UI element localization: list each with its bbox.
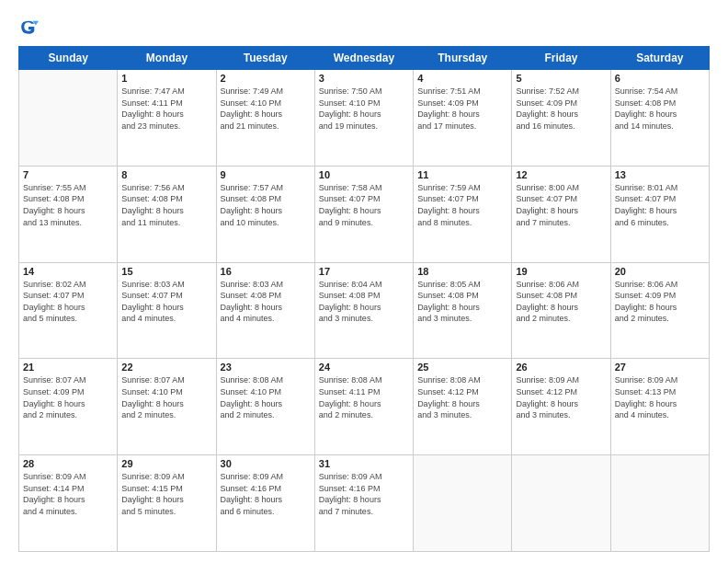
calendar-cell: 1Sunrise: 7:47 AM Sunset: 4:11 PM Daylig… bbox=[118, 70, 216, 167]
calendar-header-sunday: Sunday bbox=[19, 47, 118, 70]
day-number: 14 bbox=[23, 266, 113, 277]
page: SundayMondayTuesdayWednesdayThursdayFrid… bbox=[0, 0, 728, 563]
day-info: Sunrise: 8:07 AM Sunset: 4:09 PM Dayligh… bbox=[23, 374, 113, 420]
calendar-header-friday: Friday bbox=[512, 47, 610, 70]
day-number: 31 bbox=[319, 458, 409, 469]
day-info: Sunrise: 8:08 AM Sunset: 4:11 PM Dayligh… bbox=[319, 374, 409, 420]
day-info: Sunrise: 8:02 AM Sunset: 4:07 PM Dayligh… bbox=[23, 279, 113, 325]
day-info: Sunrise: 7:51 AM Sunset: 4:09 PM Dayligh… bbox=[417, 86, 507, 132]
calendar-cell: 15Sunrise: 8:03 AM Sunset: 4:07 PM Dayli… bbox=[118, 262, 216, 359]
calendar-cell: 10Sunrise: 7:58 AM Sunset: 4:07 PM Dayli… bbox=[314, 166, 413, 262]
calendar-cell: 2Sunrise: 7:49 AM Sunset: 4:10 PM Daylig… bbox=[216, 70, 314, 167]
calendar-cell: 14Sunrise: 8:02 AM Sunset: 4:07 PM Dayli… bbox=[19, 262, 118, 359]
calendar-cell: 27Sunrise: 8:09 AM Sunset: 4:13 PM Dayli… bbox=[610, 359, 709, 455]
day-number: 4 bbox=[417, 73, 507, 84]
day-number: 1 bbox=[121, 73, 211, 84]
day-number: 5 bbox=[516, 73, 606, 84]
calendar-cell: 29Sunrise: 8:09 AM Sunset: 4:15 PM Dayli… bbox=[118, 455, 216, 552]
calendar-cell: 26Sunrise: 8:09 AM Sunset: 4:12 PM Dayli… bbox=[512, 359, 610, 455]
calendar-header-thursday: Thursday bbox=[414, 47, 512, 70]
calendar-cell: 5Sunrise: 7:52 AM Sunset: 4:09 PM Daylig… bbox=[512, 70, 610, 167]
day-number: 24 bbox=[319, 362, 409, 373]
day-info: Sunrise: 7:47 AM Sunset: 4:11 PM Dayligh… bbox=[121, 86, 211, 132]
day-number: 27 bbox=[615, 362, 705, 373]
day-number: 8 bbox=[121, 169, 211, 180]
calendar-week-1: 7Sunrise: 7:55 AM Sunset: 4:08 PM Daylig… bbox=[19, 166, 710, 262]
calendar-cell: 22Sunrise: 8:07 AM Sunset: 4:10 PM Dayli… bbox=[118, 359, 216, 455]
calendar-cell: 23Sunrise: 8:08 AM Sunset: 4:10 PM Dayli… bbox=[216, 359, 314, 455]
calendar-cell: 3Sunrise: 7:50 AM Sunset: 4:10 PM Daylig… bbox=[314, 70, 413, 167]
day-number: 15 bbox=[121, 266, 211, 277]
day-number: 29 bbox=[121, 458, 211, 469]
calendar-cell: 9Sunrise: 7:57 AM Sunset: 4:08 PM Daylig… bbox=[216, 166, 314, 262]
day-number: 2 bbox=[221, 73, 311, 84]
day-info: Sunrise: 7:50 AM Sunset: 4:10 PM Dayligh… bbox=[319, 86, 409, 132]
day-info: Sunrise: 8:09 AM Sunset: 4:14 PM Dayligh… bbox=[23, 471, 113, 517]
day-number: 12 bbox=[516, 169, 606, 180]
day-info: Sunrise: 8:09 AM Sunset: 4:16 PM Dayligh… bbox=[221, 471, 311, 517]
day-number: 18 bbox=[417, 266, 507, 277]
calendar-table: SundayMondayTuesdayWednesdayThursdayFrid… bbox=[18, 46, 710, 552]
day-number: 30 bbox=[221, 458, 311, 469]
day-number: 11 bbox=[417, 169, 507, 180]
day-info: Sunrise: 8:04 AM Sunset: 4:08 PM Dayligh… bbox=[319, 279, 409, 325]
day-info: Sunrise: 8:09 AM Sunset: 4:16 PM Dayligh… bbox=[319, 471, 409, 517]
calendar-cell: 30Sunrise: 8:09 AM Sunset: 4:16 PM Dayli… bbox=[216, 455, 314, 552]
day-number: 22 bbox=[121, 362, 211, 373]
day-number: 26 bbox=[516, 362, 606, 373]
day-info: Sunrise: 7:56 AM Sunset: 4:08 PM Dayligh… bbox=[121, 182, 211, 228]
day-number: 3 bbox=[319, 73, 409, 84]
day-number: 13 bbox=[615, 169, 705, 180]
calendar-cell: 21Sunrise: 8:07 AM Sunset: 4:09 PM Dayli… bbox=[19, 359, 118, 455]
calendar-cell: 8Sunrise: 7:56 AM Sunset: 4:08 PM Daylig… bbox=[118, 166, 216, 262]
calendar-week-3: 21Sunrise: 8:07 AM Sunset: 4:09 PM Dayli… bbox=[19, 359, 710, 455]
logo bbox=[18, 17, 42, 37]
day-number: 17 bbox=[319, 266, 409, 277]
calendar-cell bbox=[19, 70, 118, 167]
day-info: Sunrise: 8:08 AM Sunset: 4:10 PM Dayligh… bbox=[221, 374, 311, 420]
day-info: Sunrise: 8:09 AM Sunset: 4:12 PM Dayligh… bbox=[516, 374, 606, 420]
calendar-header-wednesday: Wednesday bbox=[314, 47, 413, 70]
calendar-cell: 17Sunrise: 8:04 AM Sunset: 4:08 PM Dayli… bbox=[314, 262, 413, 359]
calendar-week-4: 28Sunrise: 8:09 AM Sunset: 4:14 PM Dayli… bbox=[19, 455, 710, 552]
day-info: Sunrise: 8:05 AM Sunset: 4:08 PM Dayligh… bbox=[417, 279, 507, 325]
calendar-cell: 19Sunrise: 8:06 AM Sunset: 4:08 PM Dayli… bbox=[512, 262, 610, 359]
calendar-cell: 7Sunrise: 7:55 AM Sunset: 4:08 PM Daylig… bbox=[19, 166, 118, 262]
day-number: 25 bbox=[417, 362, 507, 373]
day-number: 7 bbox=[23, 169, 113, 180]
calendar-cell bbox=[512, 455, 610, 552]
calendar-header-saturday: Saturday bbox=[610, 47, 709, 70]
calendar-cell bbox=[610, 455, 709, 552]
calendar-cell: 4Sunrise: 7:51 AM Sunset: 4:09 PM Daylig… bbox=[414, 70, 512, 167]
day-info: Sunrise: 8:06 AM Sunset: 4:08 PM Dayligh… bbox=[516, 279, 606, 325]
day-info: Sunrise: 8:09 AM Sunset: 4:15 PM Dayligh… bbox=[121, 471, 211, 517]
day-info: Sunrise: 7:55 AM Sunset: 4:08 PM Dayligh… bbox=[23, 182, 113, 228]
calendar-cell: 25Sunrise: 8:08 AM Sunset: 4:12 PM Dayli… bbox=[414, 359, 512, 455]
day-info: Sunrise: 8:00 AM Sunset: 4:07 PM Dayligh… bbox=[516, 182, 606, 228]
day-info: Sunrise: 8:06 AM Sunset: 4:09 PM Dayligh… bbox=[615, 279, 705, 325]
day-number: 9 bbox=[221, 169, 311, 180]
day-info: Sunrise: 8:03 AM Sunset: 4:08 PM Dayligh… bbox=[221, 279, 311, 325]
day-info: Sunrise: 8:08 AM Sunset: 4:12 PM Dayligh… bbox=[417, 374, 507, 420]
calendar-cell: 16Sunrise: 8:03 AM Sunset: 4:08 PM Dayli… bbox=[216, 262, 314, 359]
day-number: 23 bbox=[221, 362, 311, 373]
day-info: Sunrise: 7:58 AM Sunset: 4:07 PM Dayligh… bbox=[319, 182, 409, 228]
day-info: Sunrise: 7:52 AM Sunset: 4:09 PM Dayligh… bbox=[516, 86, 606, 132]
calendar-cell: 24Sunrise: 8:08 AM Sunset: 4:11 PM Dayli… bbox=[314, 359, 413, 455]
calendar-cell: 11Sunrise: 7:59 AM Sunset: 4:07 PM Dayli… bbox=[414, 166, 512, 262]
day-info: Sunrise: 8:07 AM Sunset: 4:10 PM Dayligh… bbox=[121, 374, 211, 420]
day-info: Sunrise: 8:03 AM Sunset: 4:07 PM Dayligh… bbox=[121, 279, 211, 325]
calendar-cell: 20Sunrise: 8:06 AM Sunset: 4:09 PM Dayli… bbox=[610, 262, 709, 359]
calendar-header-tuesday: Tuesday bbox=[216, 47, 314, 70]
header bbox=[18, 17, 710, 37]
day-info: Sunrise: 7:59 AM Sunset: 4:07 PM Dayligh… bbox=[417, 182, 507, 228]
day-number: 10 bbox=[319, 169, 409, 180]
calendar-cell: 6Sunrise: 7:54 AM Sunset: 4:08 PM Daylig… bbox=[610, 70, 709, 167]
calendar-week-0: 1Sunrise: 7:47 AM Sunset: 4:11 PM Daylig… bbox=[19, 70, 710, 167]
day-info: Sunrise: 8:01 AM Sunset: 4:07 PM Dayligh… bbox=[615, 182, 705, 228]
calendar-cell: 18Sunrise: 8:05 AM Sunset: 4:08 PM Dayli… bbox=[414, 262, 512, 359]
calendar-cell: 31Sunrise: 8:09 AM Sunset: 4:16 PM Dayli… bbox=[314, 455, 413, 552]
calendar-header-row: SundayMondayTuesdayWednesdayThursdayFrid… bbox=[19, 47, 710, 70]
day-number: 19 bbox=[516, 266, 606, 277]
logo-icon bbox=[18, 17, 39, 37]
